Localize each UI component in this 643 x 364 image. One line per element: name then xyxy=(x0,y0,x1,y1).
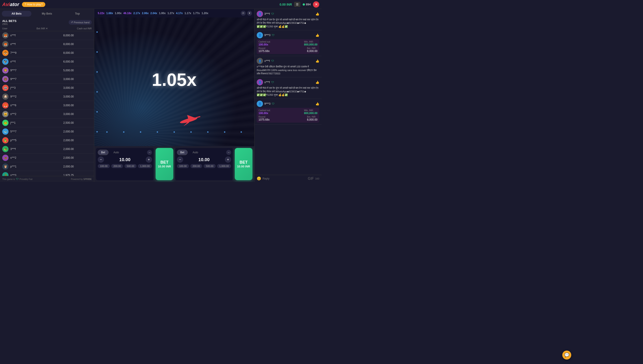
left-panel: All Bets My Bets Top ALL BETS 2901 ↺ Pre… xyxy=(0,9,94,182)
menu-button[interactable]: ☰ xyxy=(294,2,300,7)
chat-input[interactable] xyxy=(262,177,306,180)
bet-1-increase[interactable]: + xyxy=(146,156,152,163)
bet-1-decrease[interactable]: − xyxy=(98,156,104,163)
multiplier-bar: 5.22x1.68x1.00x46.18x2.17x2.06x2.04x1.00… xyxy=(94,9,254,18)
middle-panel: 5.22x1.68x1.00x46.18x2.17x2.06x2.04x1.00… xyxy=(94,9,254,182)
bet-value: 8,000.00 xyxy=(307,118,318,121)
bet-row: 🐊s***31,975.75 xyxy=(0,171,94,176)
chat-message: 👤x***f🛡👍ओन्ली ₹99 में एक ऐप दूंगा जो आपक… xyxy=(254,77,322,98)
bet-tab-2-auto[interactable]: Auto xyxy=(190,150,201,155)
online-indicator xyxy=(303,3,305,6)
bet-label-2: BET xyxy=(240,160,248,165)
dot xyxy=(224,131,225,133)
emoji-button[interactable]: 😊 xyxy=(257,176,261,181)
chat-like-button[interactable]: 👍 xyxy=(316,59,319,63)
user-name: 7***9 xyxy=(10,51,56,54)
verified-shield-icon: 🛡 xyxy=(272,102,274,105)
question-icon: ? xyxy=(25,3,26,6)
close-button[interactable]: ✕ xyxy=(313,1,319,8)
bet-label-1: BET xyxy=(160,160,168,165)
previous-hand-button[interactable]: ↺ Previous hand xyxy=(68,20,92,25)
bet-panel-1: Bet Auto − − 10.00 + 100.00 200.00 500.0… xyxy=(96,148,154,180)
bet-2-decrease[interactable]: − xyxy=(177,156,183,163)
bet-panel-1-collapse[interactable]: − xyxy=(147,150,152,155)
bet-label: Bet, INR: xyxy=(307,116,318,118)
user-name: x***f xyxy=(10,34,56,37)
quick-1000-2[interactable]: 1,000.00 xyxy=(217,164,231,168)
bet-1-quick-amounts: 100.00 200.00 500.00 1,000.00 xyxy=(98,164,152,168)
bet-tab-1-auto[interactable]: Auto xyxy=(110,150,122,155)
bet-amount: 8,000.00 xyxy=(56,51,74,54)
chat-message: 👤3***f🛡👍ओन्ली ₹99 में एक ऐप दूंगा जो आपक… xyxy=(254,9,322,30)
chat-like-button[interactable]: 👍 xyxy=(316,34,319,37)
bet-tab-1-bet[interactable]: Bet xyxy=(98,150,108,155)
tab-all-bets[interactable]: All Bets xyxy=(2,11,32,16)
bet-amount: 2,000.00 xyxy=(56,156,74,159)
multiplier-value: 2.17x xyxy=(134,12,140,15)
quick-500-2[interactable]: 500.00 xyxy=(204,164,216,168)
bet-amount: 2,500.00 xyxy=(56,121,74,124)
bet-amount: 2,000.00 xyxy=(56,165,74,168)
bets-count: 2901 xyxy=(2,23,16,25)
quick-200-2[interactable]: 200.00 xyxy=(190,164,202,168)
chat-user-row: 👤x***f🛡👍 xyxy=(257,58,319,64)
quick-1000-1[interactable]: 1,000.00 xyxy=(138,164,152,168)
user-name: 9***7 xyxy=(10,78,56,81)
bet-row: 🐳5***72,000.00 xyxy=(0,127,94,136)
avatar: 🦊 xyxy=(2,41,8,47)
user-name: s***6 xyxy=(10,104,56,107)
how-to-play-button[interactable]: ? How to play? xyxy=(22,2,45,7)
multiplier-value: 1.77x xyxy=(193,12,200,15)
bet-button-1[interactable]: BET 10.00 INR xyxy=(156,148,173,180)
verified-shield-icon: 🛡 xyxy=(271,60,274,62)
user-name: p***5 xyxy=(10,139,56,142)
chat-like-button[interactable]: 👍 xyxy=(316,80,319,84)
powered-by: Powered by SPRIBE xyxy=(71,178,92,180)
chat-text: ओन्ली ₹99 में एक ऐप दूंगा जो आपको पहले ह… xyxy=(257,18,319,28)
win-value: 800,000.00 xyxy=(304,112,318,115)
main-layout: All Bets My Bets Top ALL BETS 2901 ↺ Pre… xyxy=(0,9,322,182)
chat-message: 👤9***3🛡👍 Cashed out: 100.00x Win, INR: 8… xyxy=(254,30,322,56)
bet-2-increase[interactable]: + xyxy=(225,156,231,163)
dot xyxy=(106,131,108,133)
bet-button-2[interactable]: BET 10.00 INR xyxy=(235,148,252,180)
multiplier-history-button[interactable]: ⟳ xyxy=(241,11,246,16)
multiplier-expand-button[interactable]: ▼ xyxy=(247,11,252,16)
bet-tabs-row: All Bets My Bets Top xyxy=(0,9,94,18)
quick-500-1[interactable]: 500.00 xyxy=(124,164,136,168)
multiplier-value: 46.18x xyxy=(123,12,132,15)
bet-panel-2-collapse[interactable]: − xyxy=(226,150,231,155)
chat-like-button[interactable]: 👍 xyxy=(316,12,319,16)
avatar: 🐳 xyxy=(2,128,8,135)
bets-list: 🦊x***f8,000.00🦊x***f8,000.00🐯7***98,000.… xyxy=(0,31,94,176)
left-dots xyxy=(96,18,98,146)
live-multiplier: 1.05x xyxy=(152,70,196,90)
chat-user-row: 👤x***f🛡👍 xyxy=(257,79,319,86)
round-value: 1075.68x xyxy=(258,118,270,121)
bet-row: 🦜p***52,000.00 xyxy=(0,136,94,145)
avatar: 🐊 xyxy=(2,172,8,176)
col-user: User xyxy=(2,27,8,30)
gif-button[interactable]: GIF xyxy=(308,176,314,181)
multiplier-value: 1.00x xyxy=(159,12,166,15)
bet-tab-2-bet[interactable]: Bet xyxy=(177,150,188,155)
tab-top[interactable]: Top xyxy=(62,11,92,16)
quick-100-1[interactable]: 100.00 xyxy=(98,164,110,168)
dot xyxy=(96,51,98,53)
chat-user-row: 👤9***3🛡👍 xyxy=(257,32,319,38)
all-bets-title: ALL BETS xyxy=(2,19,16,23)
user-name: x***f xyxy=(10,60,56,63)
bet-row: 🦊s***63,000.00 xyxy=(0,101,94,110)
bet-amount: 3,000.00 xyxy=(56,104,74,107)
user-name: s***3 xyxy=(10,174,56,176)
avatar: 🦝 xyxy=(2,85,8,91)
multiplier-value: 2.06x xyxy=(142,12,149,15)
bet-row: 🦝j***33,000.00 xyxy=(0,84,94,92)
tab-my-bets[interactable]: My Bets xyxy=(32,11,62,16)
bet-row: 🦊x***f8,000.00 xyxy=(0,40,94,49)
quick-200-1[interactable]: 200.00 xyxy=(111,164,123,168)
chat-like-button[interactable]: 👍 xyxy=(316,102,319,106)
dot xyxy=(96,32,98,33)
quick-100-2[interactable]: 100.00 xyxy=(177,164,189,168)
chat-reply-bar: 😊 GIF 160 xyxy=(254,175,322,182)
